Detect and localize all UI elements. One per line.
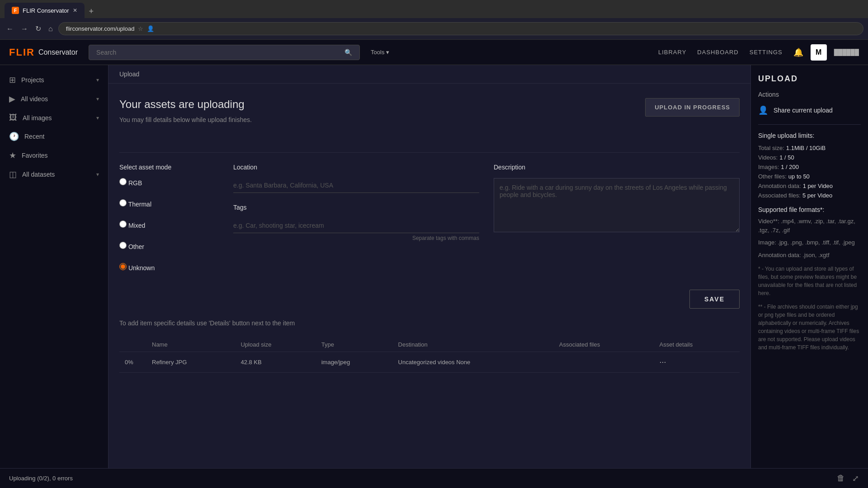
sidebar-item-all-videos[interactable]: ▶ All videos ▾ — [0, 89, 108, 108]
sidebar-item-recent[interactable]: 🕐 Recent — [0, 127, 108, 146]
asset-mode-radio-group: RGB Thermal Mixed — [119, 178, 219, 279]
save-section: SAVE — [119, 290, 740, 309]
sidebar-item-projects[interactable]: ⊞ Projects ▾ — [0, 70, 108, 89]
radio-mixed-label: Mixed — [128, 222, 145, 229]
chevron-down-icon: ▾ — [386, 49, 389, 56]
limits-value-associated: 5 per Video — [802, 192, 832, 199]
radio-unknown-input[interactable] — [119, 263, 127, 270]
logo-flir: FLIR — [9, 47, 35, 58]
sidebar-item-label: Projects — [21, 76, 44, 84]
radio-thermal-input[interactable] — [119, 199, 127, 206]
item-details-note: To add item specific details use 'Detail… — [119, 319, 740, 327]
avatar[interactable]: M — [811, 44, 827, 61]
tab-close-button[interactable]: ✕ — [73, 7, 77, 14]
description-input[interactable] — [494, 178, 740, 232]
chevron-down-icon: ▾ — [96, 171, 99, 178]
nav-link-dashboard[interactable]: DASHBOARD — [697, 49, 738, 56]
favorites-icon: ★ — [9, 150, 16, 160]
forward-button[interactable]: → — [19, 23, 30, 35]
save-button[interactable]: SAVE — [689, 290, 740, 309]
projects-icon: ⊞ — [9, 75, 16, 85]
share-icon: 👤 — [758, 105, 768, 115]
limits-row-videos: Videos: 1 / 50 — [758, 154, 861, 161]
search-bar[interactable]: 🔍 — [89, 45, 360, 60]
active-tab[interactable]: F FLIR Conservator ✕ — [5, 3, 85, 18]
radio-other[interactable]: Other — [119, 242, 219, 250]
address-bar[interactable]: flirconservator.com/upload ☆ 👤 — [58, 22, 863, 35]
recent-icon: 🕐 — [9, 131, 19, 141]
section-divider — [119, 152, 740, 153]
radio-rgb[interactable]: RGB — [119, 178, 219, 187]
sidebar-item-label: All videos — [21, 95, 48, 103]
limits-value-total: 1.1MiB / 10GiB — [786, 145, 826, 151]
refresh-button[interactable]: ↻ — [33, 23, 43, 35]
limits-value-other: up to 50 — [788, 173, 810, 180]
sidebar-item-all-images[interactable]: 🖼 All images ▾ — [0, 108, 108, 127]
new-tab-button[interactable]: + — [85, 5, 98, 18]
browser-tabs: F FLIR Conservator ✕ + — [5, 0, 97, 18]
files-table: Name Upload size Type Destination Associ… — [119, 338, 740, 373]
radio-rgb-label: RGB — [128, 179, 142, 187]
home-button[interactable]: ⌂ — [47, 23, 55, 35]
limits-label-total: Total size: — [758, 145, 784, 151]
radio-mixed-input[interactable] — [119, 221, 127, 228]
share-label: Share current upload — [774, 107, 833, 114]
limits-label-other: Other files: — [758, 173, 787, 180]
limits-row-images: Images: 1 / 200 — [758, 164, 861, 170]
tab-label: FLIR Conservator — [23, 7, 69, 14]
radio-thermal[interactable]: Thermal — [119, 199, 219, 208]
radio-other-input[interactable] — [119, 242, 127, 249]
notification-bell-icon[interactable]: 🔔 — [793, 47, 803, 57]
location-tags-group: Location Tags Separate tags with commas — [233, 164, 479, 279]
radio-unknown-label: Unknown — [128, 264, 155, 272]
row-name: Refinery JPG — [146, 352, 235, 373]
chevron-down-icon: ▾ — [96, 115, 99, 121]
th-details: Asset details — [654, 338, 740, 352]
tools-label: Tools — [371, 49, 384, 56]
sidebar-item-favorites[interactable]: ★ Favorites — [0, 146, 108, 165]
description-group: Description — [494, 164, 740, 279]
video-icon: ▶ — [9, 94, 15, 104]
trash-icon[interactable]: 🗑 — [837, 474, 845, 483]
user-name[interactable]: ██████ — [834, 49, 859, 56]
actions-label: Actions — [758, 91, 861, 98]
radio-rgb-input[interactable] — [119, 178, 127, 185]
radio-thermal-label: Thermal — [128, 201, 151, 208]
search-input[interactable] — [96, 49, 341, 56]
limits-row-other: Other files: up to 50 — [758, 173, 861, 180]
limits-value-images: 1 / 200 — [781, 164, 799, 170]
radio-unknown[interactable]: Unknown — [119, 263, 219, 272]
sidebar-item-all-datasets[interactable]: ◫ All datasets ▾ — [0, 165, 108, 184]
image-formats-text: Image: .jpg, .png, .bmp, .tiff, .tif, .j… — [758, 238, 861, 247]
expand-icon[interactable]: ⤢ — [852, 474, 859, 483]
panel-divider — [758, 124, 861, 125]
tags-input[interactable] — [233, 218, 479, 233]
main-layout: ⊞ Projects ▾ ▶ All videos ▾ 🖼 All images… — [0, 65, 868, 468]
video-formats-text: Video**: .mp4, .wmv, .zip, .tar, .tar.gz… — [758, 217, 861, 235]
table-body: 0% Refinery JPG 42.8 KB image/jpeg Uncat… — [119, 352, 740, 373]
limits-value-annotation: 1 per Video — [803, 183, 833, 189]
back-button[interactable]: ← — [5, 23, 15, 35]
logo: FLIR Conservator — [9, 47, 78, 58]
asset-form: Select asset mode RGB Thermal — [119, 164, 740, 279]
more-options-button[interactable]: ··· — [660, 357, 666, 367]
upload-subtitle: You may fill details below while upload … — [119, 116, 252, 123]
tags-hint: Separate tags with commas — [233, 235, 479, 241]
row-destination: Uncategorized videos None — [393, 352, 554, 373]
limits-label-videos: Videos: — [758, 154, 778, 161]
nav-link-library[interactable]: LIBRARY — [658, 49, 686, 56]
limits-label-associated: Associated files: — [758, 192, 801, 199]
breadcrumb-text: Upload — [119, 70, 139, 78]
address-bar-row: ← → ↻ ⌂ flirconservator.com/upload ☆ 👤 — [0, 18, 868, 40]
location-input[interactable] — [233, 178, 479, 193]
upload-in-progress-button[interactable]: UPLOAD IN PROGRESS — [645, 98, 740, 117]
nav-link-settings[interactable]: SETTINGS — [750, 49, 783, 56]
radio-other-label: Other — [128, 243, 144, 250]
address-text: flirconservator.com/upload — [66, 25, 135, 32]
tags-label: Tags — [233, 204, 479, 211]
radio-mixed[interactable]: Mixed — [119, 221, 219, 229]
share-action[interactable]: 👤 Share current upload — [758, 103, 861, 117]
nav-links: LIBRARY DASHBOARD SETTINGS — [658, 49, 783, 56]
location-label: Location — [233, 164, 479, 171]
tools-button[interactable]: Tools ▾ — [371, 49, 389, 56]
